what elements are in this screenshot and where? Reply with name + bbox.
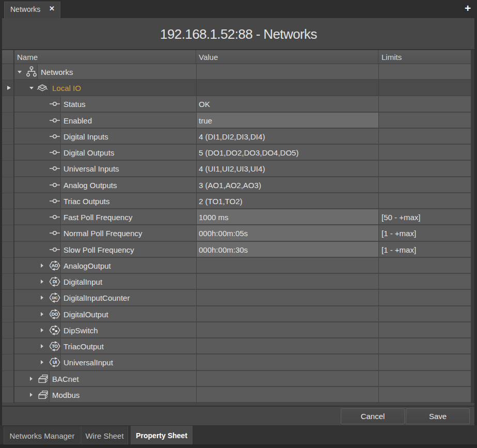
svg-text:UI: UI (53, 360, 57, 365)
svg-text:TO: TO (52, 344, 58, 349)
svg-text:DIC: DIC (52, 296, 58, 300)
svg-text:DI: DI (53, 279, 57, 284)
svg-text:DO: DO (52, 312, 58, 317)
svg-text:AO: AO (52, 263, 58, 268)
